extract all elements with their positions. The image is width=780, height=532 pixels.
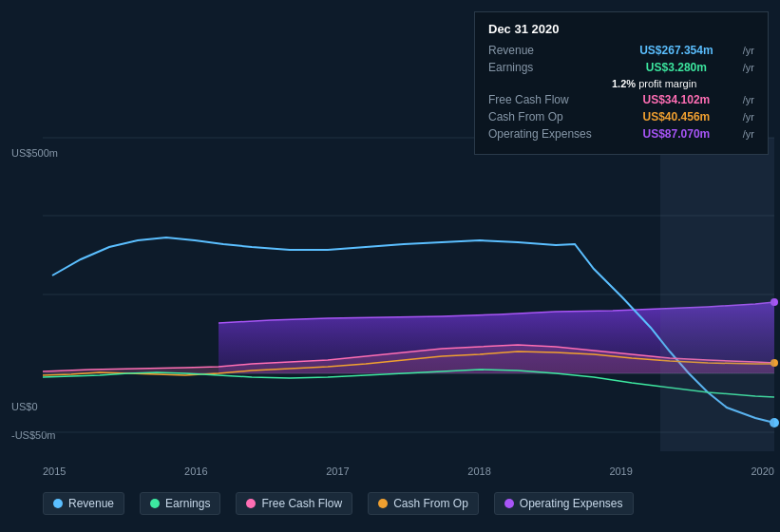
tooltip-panel: Dec 31 2020 Revenue US$267.354m /yr Earn… bbox=[474, 11, 769, 155]
chart-area bbox=[43, 138, 774, 451]
legend-opex-dot bbox=[504, 499, 514, 508]
tooltip-revenue-unit: /yr bbox=[743, 45, 754, 56]
x-label-2017: 2017 bbox=[326, 466, 349, 477]
legend-cashop-label: Cash From Op bbox=[393, 497, 468, 510]
tooltip-earnings-label: Earnings bbox=[488, 61, 612, 74]
highlight-region bbox=[660, 138, 774, 451]
tooltip-fcf-row: Free Cash Flow US$34.102m /yr bbox=[488, 93, 754, 106]
tooltip-revenue-value: US$267.354m bbox=[639, 44, 713, 57]
legend-cashop-dot bbox=[378, 499, 388, 508]
legend-fcf-label: Free Cash Flow bbox=[261, 497, 342, 510]
x-axis: 2015 2016 2017 2018 2019 2020 bbox=[43, 466, 774, 477]
legend-revenue[interactable]: Revenue bbox=[43, 492, 124, 515]
tooltip-opex-value: US$87.070m bbox=[643, 127, 711, 141]
tooltip-fcf-value: US$34.102m bbox=[643, 93, 711, 106]
x-label-2020: 2020 bbox=[751, 466, 773, 477]
tooltip-opex-label: Operating Expenses bbox=[488, 127, 612, 141]
legend-earnings-dot bbox=[150, 499, 160, 508]
tooltip-opex-row: Operating Expenses US$87.070m /yr bbox=[488, 127, 754, 141]
tooltip-cashop-label: Cash From Op bbox=[488, 110, 612, 124]
x-label-2019: 2019 bbox=[609, 466, 632, 477]
legend-earnings-label: Earnings bbox=[165, 497, 210, 510]
legend-revenue-label: Revenue bbox=[68, 497, 114, 510]
tooltip-revenue-row: Revenue US$267.354m /yr bbox=[488, 44, 754, 57]
legend-fcf-dot bbox=[246, 499, 256, 508]
tooltip-fcf-label: Free Cash Flow bbox=[488, 93, 612, 106]
legend-revenue-dot bbox=[53, 499, 63, 508]
tooltip-fcf-unit: /yr bbox=[743, 94, 754, 105]
x-label-2016: 2016 bbox=[184, 466, 207, 477]
tooltip-opex-unit: /yr bbox=[743, 128, 754, 140]
legend-opex-label: Operating Expenses bbox=[520, 497, 623, 510]
tooltip-cashop-value: US$40.456m bbox=[643, 110, 711, 124]
legend-opex[interactable]: Operating Expenses bbox=[494, 492, 634, 515]
chart-legend: Revenue Earnings Free Cash Flow Cash Fro… bbox=[43, 492, 634, 515]
tooltip-earnings-value: US$3.280m bbox=[646, 61, 707, 74]
x-label-2018: 2018 bbox=[467, 466, 490, 477]
legend-earnings[interactable]: Earnings bbox=[140, 492, 220, 515]
tooltip-cashop-row: Cash From Op US$40.456m /yr bbox=[488, 110, 754, 124]
tooltip-revenue-label: Revenue bbox=[488, 44, 612, 57]
tooltip-earnings-unit: /yr bbox=[743, 62, 754, 73]
tooltip-cashop-unit: /yr bbox=[743, 111, 754, 123]
tooltip-earnings-row: Earnings US$3.280m /yr bbox=[488, 61, 754, 74]
y-axis-zero-label: US$0 bbox=[11, 401, 38, 412]
tooltip-earnings-sub: 1.2% profit margin bbox=[612, 78, 754, 89]
legend-cashop[interactable]: Cash From Op bbox=[368, 492, 479, 515]
x-label-2015: 2015 bbox=[43, 466, 66, 477]
legend-fcf[interactable]: Free Cash Flow bbox=[236, 492, 352, 515]
tooltip-date: Dec 31 2020 bbox=[488, 22, 754, 36]
